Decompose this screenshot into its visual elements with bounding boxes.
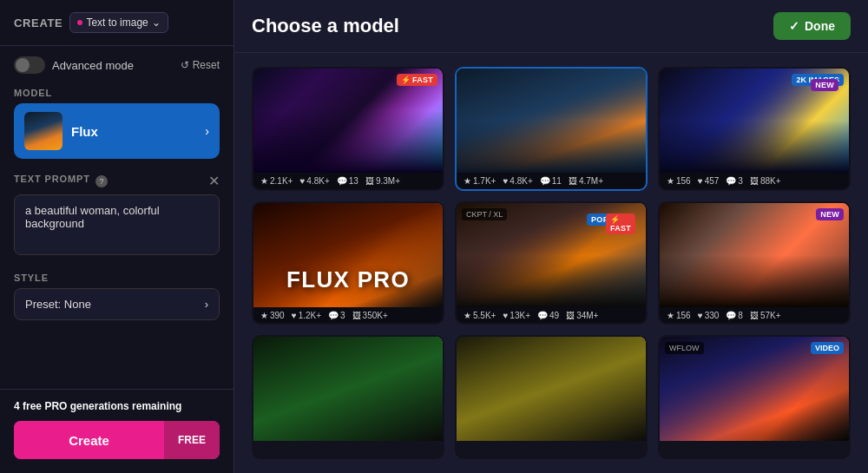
flux-pro-v1-stats: ★ 390 ♥ 1.2K+ 💬 3 🖼 350K+ <box>253 307 443 324</box>
model-image-flux-pro-v1: FLUX PRO <box>253 203 443 307</box>
flux-schnell-stats: ★ 2.1K+ ♥ 4.8K+ 💬 13 🖼 9.3M+ <box>253 173 443 189</box>
model-section-label: MODEL <box>14 88 220 98</box>
stat-hearts: ♥ 13K+ <box>503 311 530 320</box>
main-header: Choose a model ✓ Done <box>234 0 868 53</box>
model-card-bottom-mid[interactable] <box>455 335 648 459</box>
style-section: STYLE Preset: None › <box>14 273 220 320</box>
flux-info: Flux ✓ PRO 4 free remaining The largest … <box>457 189 646 191</box>
style-value: Preset: None <box>25 298 91 311</box>
model-image-bottom-left <box>253 337 443 441</box>
reset-icon: ↺ <box>181 59 189 71</box>
stat-stars: ★ 5.5K+ <box>464 311 496 320</box>
sidebar-header: CREATE Text to image ⌄ <box>0 0 233 46</box>
stat-stars: ★ 156 <box>667 176 691 186</box>
create-button[interactable]: Create FREE <box>14 421 220 459</box>
model-image-flux-schnell: ⚡ FAST <box>253 69 443 173</box>
reset-label: Reset <box>193 59 220 71</box>
model-image-dreamshaper: CKPT / XL POPULAR ⚡ FAST <box>457 203 646 307</box>
stat-images: 🖼 34M+ <box>566 311 598 320</box>
model-card-flux-pro-ultra[interactable]: NEW 2K IMAGES ★ 156 ♥ 457 💬 3 🖼 88K+ Flu… <box>658 67 851 191</box>
stat-images: 🖼 350K+ <box>352 311 388 320</box>
model-name: Flux <box>71 124 98 139</box>
clear-icon[interactable]: ✕ <box>208 173 220 189</box>
model-card-bottom-left[interactable] <box>252 335 444 459</box>
model-image-bottom-right: WFLOW VIDEO <box>660 337 849 441</box>
pro-remaining-text: free PRO generations remaining <box>23 400 181 412</box>
advanced-row: Advanced mode ↺ Reset <box>14 56 220 74</box>
pro-remaining-count: 4 <box>14 400 20 412</box>
style-select[interactable]: Preset: None › <box>14 288 220 320</box>
style-section-label: STYLE <box>14 273 220 283</box>
model-card-flux-pro-v1[interactable]: FLUX PRO ★ 390 ♥ 1.2K+ 💬 3 🖼 350K+ Flux … <box>252 201 444 325</box>
page-title: Choose a model <box>252 15 399 37</box>
chevron-down-icon: ⌄ <box>152 16 161 29</box>
pro-remaining: 4 free PRO generations remaining <box>14 400 220 412</box>
sidebar-footer: 4 free PRO generations remaining Create … <box>0 389 233 473</box>
check-icon: ✓ <box>789 19 799 33</box>
stat-stars: ★ 156 <box>667 311 691 320</box>
stat-images: 🖼 57K+ <box>750 311 781 320</box>
lightning-icon: ⚡ <box>401 76 411 84</box>
stat-hearts: ♥ 457 <box>698 176 720 186</box>
new-badge: NEW <box>811 79 838 91</box>
done-label: Done <box>805 19 835 33</box>
bottom-left-info <box>253 441 443 459</box>
done-button[interactable]: ✓ Done <box>773 12 851 40</box>
mode-label: Text to image <box>86 16 148 29</box>
stat-images: 🖼 9.3M+ <box>365 176 400 186</box>
model-image-bottom-mid <box>457 337 646 441</box>
fast-badge-text: FAST <box>412 76 433 84</box>
reset-button[interactable]: ↺ Reset <box>181 59 220 71</box>
mode-selector[interactable]: Text to image ⌄ <box>69 12 168 33</box>
stat-hearts: ♥ 4.8K+ <box>299 176 329 186</box>
stat-comments: 💬 49 <box>537 311 559 320</box>
text-prompt-header: TEXT PROMPT ? ✕ <box>14 173 220 189</box>
model-image-recraft: NEW <box>660 203 849 307</box>
stat-stars: ★ 390 <box>260 311 285 320</box>
prompt-textarea[interactable]: a beautiful woman, colorful background <box>14 194 220 255</box>
text-prompt-section: TEXT PROMPT ? ✕ a beautiful woman, color… <box>14 173 220 259</box>
fast-badge: ⚡ FAST <box>397 74 437 86</box>
model-card-recraft[interactable]: NEW ★ 156 ♥ 330 💬 8 🖼 57K+ Recraft v3 PR… <box>658 201 851 325</box>
create-btn-free: FREE <box>164 421 220 459</box>
stat-comments: 💬 3 <box>726 176 743 186</box>
bottom-left-title <box>262 448 434 458</box>
section-header-left: TEXT PROMPT ? <box>14 174 108 189</box>
model-chevron-icon: › <box>205 124 209 138</box>
model-card[interactable]: Flux › <box>14 103 220 159</box>
video-badge: VIDEO <box>811 342 844 354</box>
stat-images: 🖼 4.7M+ <box>569 176 603 186</box>
main-content: Choose a model ✓ Done ⚡ FAST ★ 2.1K+ ♥ 4… <box>234 0 868 473</box>
sidebar-header-left: CREATE Text to image ⌄ <box>14 12 168 33</box>
sidebar-content: Advanced mode ↺ Reset MODEL Flux › TEXT … <box>0 46 233 389</box>
flux-pro-ultra-info: Flux PRO v1.1 Ultra PRO 4 free remaining… <box>660 189 849 191</box>
advanced-mode-toggle[interactable] <box>14 56 45 74</box>
model-card-bottom-right[interactable]: WFLOW VIDEO <box>658 335 851 459</box>
stat-hearts: ♥ 4.8K+ <box>503 176 532 186</box>
model-image-flux <box>457 69 646 173</box>
model-card-flux-schnell[interactable]: ⚡ FAST ★ 2.1K+ ♥ 4.8K+ 💬 13 🖼 9.3M+ Flux… <box>252 67 444 191</box>
stat-hearts: ♥ 1.2K+ <box>292 311 321 320</box>
stat-images: 🖼 88K+ <box>750 176 781 186</box>
model-thumbnail <box>24 112 62 150</box>
recraft-info: Recraft v3 PRO 4 free remaining Recraft'… <box>660 324 849 325</box>
help-icon[interactable]: ? <box>95 175 108 187</box>
dreamshaper-info: Dreamshaper XL Lightning Dreamshaper XL,… <box>457 324 646 325</box>
flux-pro-ultra-stats: ★ 156 ♥ 457 💬 3 🖼 88K+ <box>660 173 849 189</box>
stat-hearts: ♥ 330 <box>698 311 720 320</box>
bottom-mid-title <box>465 448 637 458</box>
create-label: CREATE <box>14 16 62 30</box>
model-section: MODEL Flux › <box>14 88 220 159</box>
model-card-flux[interactable]: ★ 1.7K+ ♥ 4.8K+ 💬 11 🖼 4.7M+ Flux ✓ PRO … <box>455 67 648 191</box>
stat-comments: 💬 8 <box>726 311 743 320</box>
text-prompt-label: TEXT PROMPT <box>14 174 90 184</box>
fast-badge: ⚡ FAST <box>606 214 635 234</box>
stat-comments: 💬 3 <box>328 311 345 320</box>
toggle-row: Advanced mode <box>14 56 134 74</box>
sidebar: CREATE Text to image ⌄ Advanced mode ↺ R… <box>0 0 234 473</box>
style-chevron-icon: › <box>205 298 208 311</box>
bottom-right-info <box>660 441 849 459</box>
model-card-dreamshaper[interactable]: CKPT / XL POPULAR ⚡ FAST ★ 5.5K+ ♥ 13K+ … <box>455 201 648 325</box>
mode-dot <box>77 20 82 25</box>
model-image-flux-pro-ultra: NEW 2K IMAGES <box>660 69 849 173</box>
